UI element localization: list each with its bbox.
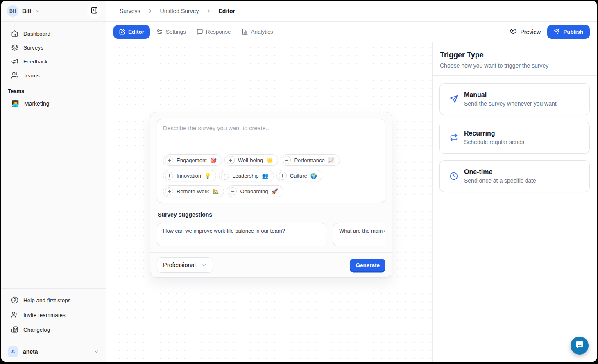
sliders-icon	[156, 29, 163, 35]
message-square-icon	[197, 29, 203, 35]
tab-label: Response	[206, 29, 231, 35]
tab-label: Editor	[128, 29, 144, 35]
chevron-right-icon	[147, 8, 153, 14]
sidebar-item-label: Teams	[23, 72, 40, 79]
topic-chip-remote-work[interactable]: Remote Work 🏡	[163, 185, 224, 197]
chip-label: Remote Work	[177, 188, 209, 194]
sidebar-item-help[interactable]: Help and first steps	[6, 293, 101, 307]
chip-emoji: 🎯	[210, 157, 217, 163]
plus-icon	[165, 172, 173, 180]
bar-chart-icon	[242, 29, 248, 35]
topic-chip-engagement[interactable]: Engagement 🎯	[163, 154, 222, 166]
sidebar-item-label: Invite teammates	[23, 312, 66, 318]
plus-icon	[165, 156, 173, 164]
breadcrumb-untitled-survey[interactable]: Untitled Survey	[160, 8, 199, 14]
suggestions-title: Survey suggestions	[158, 211, 385, 218]
builder-footer: Professional Generate	[150, 252, 392, 277]
suggestions-row: How can we improve work-life balance in …	[157, 223, 385, 246]
chip-emoji: 💡	[204, 173, 211, 179]
chip-emoji: 🏡	[212, 188, 219, 194]
topic-chip-well-being[interactable]: Well-being 🌟	[224, 154, 278, 166]
user-menu[interactable]: A aneta	[1, 341, 106, 362]
sidebar-item-label: Changelog	[23, 327, 50, 333]
option-title: Recurring	[464, 129, 524, 138]
sidebar-item-changelog[interactable]: Changelog	[6, 322, 101, 337]
sidebar-item-dashboard[interactable]: Dashboard	[6, 27, 101, 41]
panel-subtitle: Choose how you want to trigger the surve…	[440, 62, 589, 69]
sidebar-item-invite[interactable]: Invite teammates	[6, 307, 101, 322]
sidebar-item-label: Feedback	[23, 59, 48, 65]
app-window: BH Bill Dashboard Surv	[1, 1, 597, 362]
plus-icon	[165, 187, 173, 195]
topic-chip-onboarding[interactable]: Onboarding 🚀	[227, 185, 283, 197]
topic-chip-performance[interactable]: Performance 📈	[281, 154, 340, 166]
tone-select[interactable]: Professional	[157, 257, 213, 273]
breadcrumb: Surveys Untitled Survey Editor	[106, 1, 597, 22]
workspace-name: Bill	[22, 8, 31, 14]
help-circle-icon	[11, 296, 18, 304]
trigger-option-recurring[interactable]: Recurring Schedule regular sends	[439, 122, 590, 154]
user-name: aneta	[23, 348, 38, 355]
option-description: Send the survey whenever you want	[464, 99, 557, 108]
tab-label: Analytics	[251, 29, 273, 35]
chip-label: Engagement	[177, 157, 207, 163]
sidebar-item-teams[interactable]: Teams	[6, 68, 101, 82]
send-icon	[450, 95, 458, 103]
tab-response[interactable]: Response	[193, 25, 235, 39]
trigger-option-manual[interactable]: Manual Send the survey whenever you want	[439, 83, 590, 115]
suggestion-card[interactable]: What are the main ob	[333, 223, 385, 246]
plus-icon	[283, 156, 291, 164]
tone-value: Professional	[163, 262, 196, 268]
workspace-switcher[interactable]: BH Bill	[1, 1, 106, 22]
team-label: Marketing	[24, 100, 49, 107]
sidebar-item-marketing[interactable]: 🧑‍💻 Marketing	[6, 97, 101, 111]
sidebar-nav: Dashboard Surveys Feedback Teams	[1, 22, 106, 82]
topic-chips: Engagement 🎯 Well-being 🌟 Performance	[163, 154, 379, 197]
chevron-down-icon	[201, 262, 207, 268]
repeat-icon	[450, 133, 458, 142]
sidebar-item-feedback[interactable]: Feedback	[6, 54, 101, 68]
eye-icon	[510, 27, 517, 36]
topic-chip-leadership[interactable]: Leadership 👥	[219, 170, 274, 181]
generate-button[interactable]: Generate	[350, 259, 385, 271]
edit-square-icon	[119, 29, 125, 35]
preview-button[interactable]: Preview	[510, 27, 541, 36]
topic-chip-innovation[interactable]: Innovation 💡	[163, 170, 216, 181]
sidebar-item-surveys[interactable]: Surveys	[6, 41, 101, 54]
panel-title: Trigger Type	[440, 51, 589, 59]
chevron-down-icon	[93, 348, 100, 355]
users-icon	[11, 72, 18, 79]
breadcrumb-surveys[interactable]: Surveys	[120, 8, 140, 14]
trigger-type-panel: Trigger Type Choose how you want to trig…	[432, 42, 597, 362]
plus-icon	[279, 172, 287, 180]
chevron-right-icon	[206, 8, 212, 14]
layers-icon	[11, 44, 18, 51]
teams-section-label: Teams	[1, 82, 106, 97]
send-icon	[554, 28, 560, 36]
trigger-options: Manual Send the survey whenever you want…	[433, 76, 597, 199]
publish-button[interactable]: Publish	[547, 25, 590, 39]
breadcrumb-editor: Editor	[219, 8, 235, 14]
megaphone-icon	[11, 58, 18, 65]
tab-analytics[interactable]: Analytics	[238, 25, 277, 39]
survey-prompt-input[interactable]	[163, 125, 379, 150]
sidebar-collapse-button[interactable]	[87, 4, 101, 18]
workarea: Engagement 🎯 Well-being 🌟 Performance	[106, 42, 597, 362]
chip-label: Culture	[290, 173, 307, 179]
publish-label: Publish	[563, 29, 583, 35]
team-emoji: 🧑‍💻	[11, 100, 19, 107]
trigger-option-one-time[interactable]: One-time Send once at a specific date	[439, 160, 590, 192]
option-description: Schedule regular sends	[464, 138, 524, 147]
option-title: Manual	[464, 90, 557, 99]
topic-chip-culture[interactable]: Culture 🌍	[276, 170, 322, 181]
tab-settings[interactable]: Settings	[152, 25, 190, 39]
chat-launcher-button[interactable]	[571, 337, 589, 355]
tab-editor[interactable]: Editor	[113, 25, 150, 39]
option-title: One-time	[464, 167, 536, 176]
main-area: Surveys Untitled Survey Editor Editor	[106, 1, 597, 362]
suggestion-card[interactable]: How can we improve work-life balance in …	[157, 223, 326, 246]
sidebar-footer: Help and first steps Invite teammates Ch…	[1, 288, 106, 341]
workspace-avatar: BH	[7, 5, 18, 17]
editor-canvas[interactable]: Engagement 🎯 Well-being 🌟 Performance	[106, 42, 432, 362]
chip-emoji: 🌟	[266, 157, 273, 163]
